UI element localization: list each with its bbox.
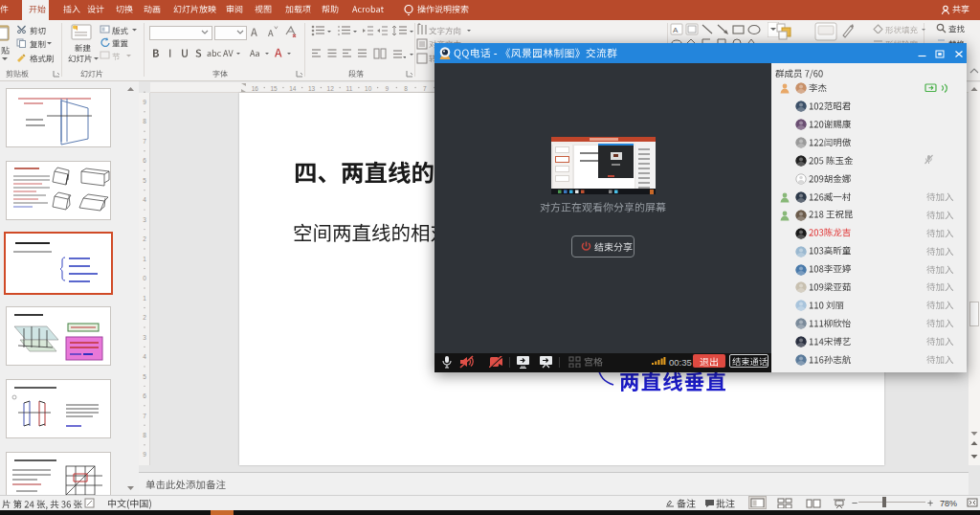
svg-text:7: 7	[423, 85, 427, 92]
svg-text:12: 12	[327, 85, 335, 92]
svg-text:2: 2	[143, 314, 146, 321]
svg-text:9: 9	[386, 85, 390, 92]
svg-text:13: 13	[308, 85, 316, 92]
svg-text:11: 11	[346, 85, 353, 92]
svg-text:1: 1	[143, 256, 146, 262]
svg-text:A: A	[673, 26, 679, 34]
svg-text:2: 2	[143, 235, 146, 242]
svg-text:9: 9	[143, 99, 146, 105]
svg-text:1: 1	[143, 295, 146, 302]
svg-text:8: 8	[143, 118, 146, 124]
svg-text:7: 7	[143, 413, 146, 419]
svg-text:7: 7	[143, 138, 146, 145]
svg-text:5: 5	[143, 373, 146, 380]
svg-text:4: 4	[143, 353, 146, 360]
svg-text:16: 16	[252, 85, 259, 92]
svg-text:4: 4	[143, 196, 146, 203]
svg-text:8: 8	[143, 432, 146, 438]
svg-text:5: 5	[143, 177, 146, 184]
svg-text:15: 15	[270, 85, 278, 92]
svg-text:14: 14	[289, 85, 297, 92]
svg-text:10: 10	[365, 85, 372, 92]
svg-text:9: 9	[143, 451, 146, 458]
svg-text:8: 8	[404, 85, 408, 92]
svg-text:3: 3	[143, 334, 146, 341]
svg-text:3: 3	[143, 216, 146, 223]
svg-text:6: 6	[143, 157, 146, 164]
svg-text:0: 0	[143, 275, 146, 281]
svg-text:6: 6	[143, 392, 146, 399]
